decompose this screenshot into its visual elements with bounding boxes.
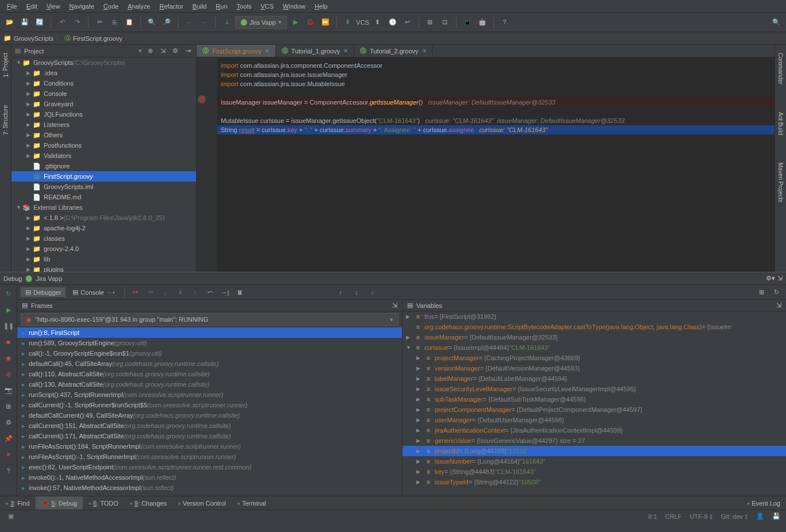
tree-item[interactable]: ▶📁Postfunctions [11, 140, 196, 151]
gear-icon[interactable]: ⚙▾ [766, 275, 775, 282]
menu-tools[interactable]: Tools [232, 2, 256, 11]
search-everywhere-icon[interactable]: 🔍 [770, 16, 783, 29]
variable-row[interactable]: ▶≡labelManager = {DefaultLabelManager@44… [402, 373, 786, 384]
editor-tab[interactable]: ⒼFirstScript.groovy✕ [197, 45, 276, 57]
redo-icon[interactable]: ↷ [71, 16, 83, 29]
close-icon[interactable]: ✕ [265, 48, 270, 54]
help-icon[interactable]: ？ [2, 464, 15, 477]
next-frame-icon[interactable]: ↓ [350, 286, 363, 299]
tree-item[interactable]: 📄.gitignore [11, 161, 196, 171]
thread-selector[interactable]: ◉"http-nio-8080-exec-159"@31 943 in grou… [21, 313, 398, 326]
tree-item[interactable]: ▶📁.idea [11, 68, 196, 78]
tree-item[interactable]: ▶📁plugins [11, 264, 196, 272]
bottom-tab-changes[interactable]: ▫9: Changes [124, 496, 172, 510]
console-tab[interactable]: ▤Console→• [68, 287, 119, 297]
variable-row[interactable]: ▶≡issueNumber = {Long@44164} "161643" [402, 456, 786, 467]
tree-item[interactable]: ▶📁classes [11, 233, 196, 244]
menu-window[interactable]: Window [278, 2, 310, 11]
frame-row[interactable]: ▸run():589, GroovyScriptEngine (groovy.u… [17, 338, 402, 348]
run-icon[interactable]: ▶ [289, 16, 302, 29]
editor-tab[interactable]: ⒼTutorial_1.groovy✕ [276, 45, 355, 57]
variable-row[interactable]: ▶≡issueTypeId = {String@44122} "10508" [402, 477, 786, 487]
step-over-icon[interactable]: ⤼ [144, 286, 157, 299]
run-config-selector[interactable]: ⬤ Jira Vapp ▾ [235, 16, 287, 29]
revert-icon[interactable]: ↩ [401, 16, 414, 29]
layout-icon[interactable]: ⊞ [755, 286, 768, 299]
project-tool-tab[interactable]: 1: Project [1, 51, 10, 80]
frame-row[interactable]: ▸defaultCall():45, CallSiteArray (org.co… [17, 358, 402, 369]
variable-row[interactable]: ▶≡jiraAuthenticationContext = {JiraAuthe… [402, 425, 786, 435]
tree-item[interactable]: ⒼFirstScript.groovy [11, 171, 196, 182]
back-icon[interactable]: ← [183, 16, 195, 29]
android-icon[interactable]: 🤖 [476, 16, 489, 29]
maven-tool-tab[interactable]: Maven Projects [776, 160, 785, 205]
force-step-into-icon[interactable]: ⇓ [174, 286, 187, 299]
variable-row[interactable]: ▶≡versionManager = {DefaultVersionManage… [402, 363, 786, 373]
show-execution-point-icon[interactable]: ↦ [129, 286, 142, 299]
breadcrumb-root[interactable]: GroovyScripts [14, 35, 53, 42]
bottom-tab-debug[interactable]: 🐞5: Debug [36, 496, 83, 510]
vcs-push-icon[interactable]: ⬆ [371, 16, 384, 29]
variable-row[interactable]: ▶≡issueManager = {DefaultIssueManager@32… [402, 332, 786, 342]
variable-row[interactable]: ▶≡userManager = {DefaultUserManager@4459… [402, 415, 786, 425]
variable-row[interactable]: ▶≡subTaskManager = {DefaultSubTaskManage… [402, 394, 786, 404]
tree-item[interactable]: ▼📚External Libraries [11, 202, 196, 213]
inspection-icon[interactable]: 👤 [756, 512, 764, 520]
frame-row[interactable]: ▸invoke0():-1, NativeMethodAccessorImpl … [17, 472, 402, 483]
restore-icon[interactable]: ⇲ [776, 302, 781, 309]
settings-icon[interactable]: ⚙ [2, 416, 15, 429]
open-icon[interactable]: 📂 [3, 16, 16, 29]
frame-row[interactable]: ▸call():110, AbstractCallSite (org.codeh… [17, 369, 402, 379]
scroll-from-icon[interactable]: ⊕ [145, 47, 155, 56]
coverage-icon[interactable]: ⏩ [319, 16, 332, 29]
variable-row[interactable]: ▶≡projectId = {Long@44166} "13106" [402, 446, 786, 456]
menu-navigate[interactable]: Navigate [64, 2, 98, 11]
paste-icon[interactable]: 📋 [123, 16, 136, 29]
undo-icon[interactable]: ↶ [56, 16, 68, 29]
menu-file[interactable]: File [2, 2, 22, 11]
tree-item[interactable]: ▼📁GroovyScripts (C:\GroovyScripts) [11, 57, 196, 68]
step-into-icon[interactable]: ↓ [159, 286, 172, 299]
line-ending[interactable]: CRLF [665, 513, 682, 520]
frame-row[interactable]: ▸callCurrent():-1, ScriptRunner$runScrip… [17, 400, 402, 410]
run-to-cursor-icon[interactable]: →| [219, 286, 232, 299]
evaluate-icon[interactable]: 🖩 [234, 286, 247, 299]
frame-row[interactable]: ▸runScript():437, ScriptRunnerImpl (com.… [17, 390, 402, 400]
menu-run[interactable]: Run [211, 2, 232, 11]
hide-icon[interactable]: ⇲ [777, 275, 783, 282]
frame-row[interactable]: ▸exec():82, UserScriptEndpoint (com.onre… [17, 462, 402, 472]
frame-row[interactable]: ▸runFileAsScript():-1, ScriptRunnerImpl … [17, 452, 402, 462]
mute-breakpoints-icon[interactable]: ⊘ [2, 368, 15, 380]
frame-row[interactable]: ▸run():8, FirstScript [17, 327, 402, 338]
variable-row[interactable]: ≡org.codehaus.groovy.runtime.ScriptBytec… [402, 322, 786, 332]
editor-tab[interactable]: ⒼTutorial_2.groovy✕ [354, 45, 433, 57]
drop-frame-icon[interactable]: ⤺ [204, 286, 217, 299]
collapse-icon[interactable]: ⇲ [158, 47, 167, 56]
help-icon[interactable]: ？ [499, 16, 511, 29]
hide-icon[interactable]: ⇥ [183, 47, 193, 56]
step-out-icon[interactable]: ↑ [189, 286, 202, 299]
menu-edit[interactable]: Edit [22, 2, 42, 11]
tree-item[interactable]: 📄GroovyScripts.iml [11, 182, 196, 192]
breakpoint-disabled-icon[interactable] [198, 95, 206, 103]
ant-build-tool-tab[interactable]: Ant Build [776, 110, 785, 137]
tree-item[interactable]: ▶📁Conditions [11, 78, 196, 88]
commander-tool-tab[interactable]: Commander [776, 51, 785, 87]
variable-row[interactable]: ▼≡curIssue = {IssueImpl@44484} "CLM-1616… [402, 342, 786, 353]
memory-icon[interactable]: 💾 [772, 512, 780, 520]
close-icon[interactable]: ✕ [2, 448, 15, 461]
breadcrumb-file[interactable]: FirstScript.groovy [73, 35, 122, 42]
menu-view[interactable]: View [42, 2, 65, 11]
pause-icon[interactable]: ❚❚ [2, 319, 15, 332]
frame-row[interactable]: ▸call():-1, GroovyScriptEngine$run$1 (gr… [17, 348, 402, 358]
tree-item[interactable]: ▶📁Graveyard [11, 99, 196, 109]
tree-item[interactable]: ▶📁Listeners [11, 119, 196, 130]
replace-icon[interactable]: 🔎 [160, 16, 173, 29]
rerun-icon[interactable]: ↻ [2, 287, 15, 300]
menu-analyze[interactable]: Analyze [123, 2, 155, 11]
close-icon[interactable]: ✕ [343, 48, 348, 54]
build-icon[interactable]: ⤓ [220, 16, 233, 29]
variable-row[interactable]: ▶≡key = {String@44483} "CLM-161643" [402, 467, 786, 477]
variables-list[interactable]: ▶≡this = {FirstScript@31992} ≡org.codeha… [402, 311, 786, 496]
menu-code[interactable]: Code [99, 2, 123, 11]
